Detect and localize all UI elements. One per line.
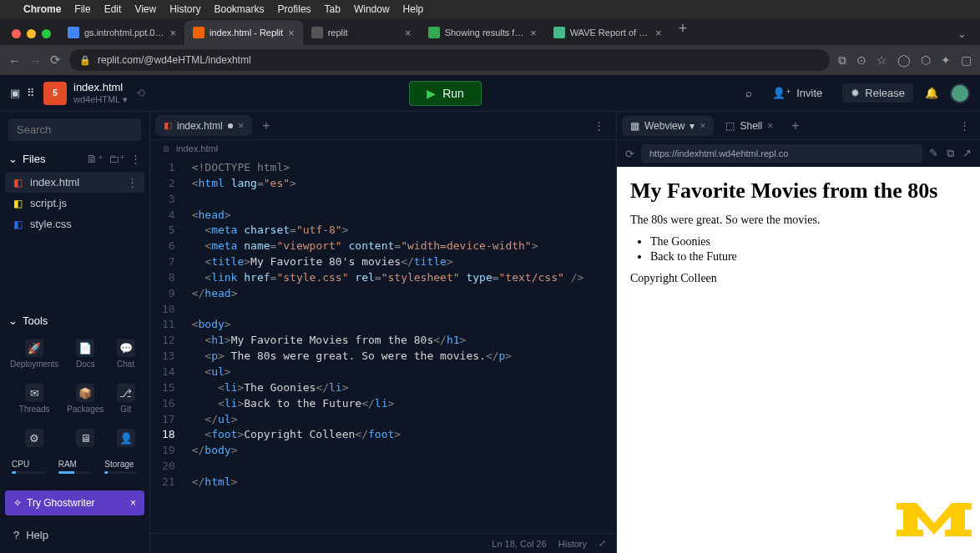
more-icon[interactable]: ⋮ xyxy=(587,119,611,132)
back-button[interactable]: ← xyxy=(8,53,21,68)
tool-item[interactable]: ✉Threads xyxy=(8,379,60,419)
ghostwriter-button[interactable]: ✧ Try Ghostwriter × xyxy=(5,490,144,515)
close-icon[interactable]: × xyxy=(130,497,136,509)
notifications-icon[interactable]: 🔔 xyxy=(925,87,938,99)
tool-item[interactable]: 💬Chat xyxy=(110,334,141,374)
app-menu[interactable]: Chrome xyxy=(23,3,61,15)
add-tab-button[interactable]: + xyxy=(785,118,806,133)
chrome-tabs-dropdown[interactable]: ⌄ xyxy=(951,28,973,45)
files-header[interactable]: ⌄ Files 🗎⁺ 🗀⁺ ⋮ xyxy=(0,148,149,170)
tab-close-button[interactable]: × xyxy=(238,119,245,132)
menu-edit[interactable]: Edit xyxy=(104,3,122,15)
chrome-tab[interactable]: Showing results for contents × xyxy=(420,20,545,45)
replit-logo-icon[interactable]: ⠿ xyxy=(27,87,35,99)
tool-item[interactable]: 📦Packages xyxy=(65,379,105,419)
window-close-button[interactable] xyxy=(12,29,21,38)
search-icon[interactable]: ⌕ xyxy=(745,87,752,99)
menu-window[interactable]: Window xyxy=(354,3,390,15)
zoom-icon[interactable]: ⊙ xyxy=(856,53,866,68)
reload-icon[interactable]: ⟳ xyxy=(625,148,634,160)
tab-close-button[interactable]: × xyxy=(767,120,773,132)
tab-close-button[interactable]: × xyxy=(288,27,295,39)
tab-title: Showing results for contents xyxy=(445,28,525,38)
new-file-icon[interactable]: 🗎⁺ xyxy=(87,153,104,165)
tool-item[interactable]: 🖥 xyxy=(65,424,105,455)
history-button[interactable]: History xyxy=(558,539,587,549)
tools-header[interactable]: ⌄ Tools xyxy=(8,314,141,327)
tool-item[interactable]: ⎇Git xyxy=(110,379,141,419)
open-new-tab-icon[interactable]: ↗ xyxy=(962,147,972,160)
editor-tab[interactable]: ◧ index.html × xyxy=(155,115,252,136)
preview-url-input[interactable]: https://indexhtml.wd4ehtml.repl.co xyxy=(641,144,922,163)
menu-bookmarks[interactable]: Bookmarks xyxy=(215,3,265,15)
file-name: style.css xyxy=(30,218,72,230)
chrome-tab[interactable]: WAVE Report of replit × xyxy=(545,20,670,45)
extension-icon[interactable]: ⬡ xyxy=(921,53,931,68)
preview-content[interactable]: My Favorite Movies from the 80s The 80s … xyxy=(617,167,980,553)
tab-close-button[interactable]: × xyxy=(655,27,662,39)
webview-tab[interactable]: ▦ Webview ▾ × xyxy=(622,116,714,136)
avatar[interactable] xyxy=(950,83,970,103)
more-icon[interactable]: ⋮ xyxy=(954,119,975,132)
more-icon[interactable]: ⋮ xyxy=(130,153,141,165)
tool-item[interactable]: 📄Docs xyxy=(65,334,105,374)
forward-button[interactable]: → xyxy=(29,53,42,68)
tool-label: Git xyxy=(120,405,131,414)
help-button[interactable]: ? Help xyxy=(5,524,144,546)
add-tab-button[interactable]: + xyxy=(255,118,276,133)
expand-icon[interactable]: ⤢ xyxy=(599,538,606,549)
share-icon[interactable]: ⧉ xyxy=(838,53,846,68)
window-maximize-button[interactable] xyxy=(42,29,51,38)
header-project-name: wd4eHTML ▾ xyxy=(73,94,128,105)
menu-file[interactable]: File xyxy=(74,3,90,15)
tool-label: Packages xyxy=(67,405,104,414)
chrome-tab[interactable]: replit × xyxy=(303,20,420,45)
shell-icon: ⬚ xyxy=(725,120,735,132)
invite-button[interactable]: 👤⁺ Invite xyxy=(764,83,831,103)
release-button[interactable]: ✹ Release xyxy=(842,83,913,103)
new-folder-icon[interactable]: 🗀⁺ xyxy=(109,153,125,165)
tab-close-button[interactable]: × xyxy=(405,27,412,39)
screenshot-icon[interactable]: ⧉ xyxy=(947,147,954,160)
tab-close-button[interactable]: × xyxy=(700,120,705,132)
new-tab-button[interactable]: + xyxy=(670,20,696,45)
devtools-icon[interactable]: ✎ xyxy=(929,147,938,160)
menu-help[interactable]: Help xyxy=(403,3,424,15)
window-minimize-button[interactable] xyxy=(27,29,36,38)
file-item[interactable]: ◧ index.html ⋮ xyxy=(5,172,144,193)
bookmark-icon[interactable]: ☆ xyxy=(876,53,887,68)
reload-button[interactable]: ⟳ xyxy=(50,53,61,68)
menu-view[interactable]: View xyxy=(134,3,156,15)
chrome-tab[interactable]: gs.introhtml.ppt.02.04b - Goo × xyxy=(59,20,184,45)
file-item[interactable]: ◧ style.css xyxy=(5,214,144,234)
resource-meter: RAM xyxy=(58,460,92,474)
lock-icon: 🔒 xyxy=(79,55,91,66)
chrome-tab[interactable]: index.html - Replit × xyxy=(184,20,303,45)
shell-tab[interactable]: ⬚ Shell × xyxy=(717,116,781,136)
sidebar-toggle-icon[interactable]: ▣ xyxy=(10,87,20,99)
tool-item[interactable]: 👤 xyxy=(110,424,141,455)
run-button[interactable]: ▶ Run xyxy=(409,81,482,106)
panel-icon[interactable]: ▢ xyxy=(961,53,972,68)
address-bar[interactable]: 🔒 replit.com/@wd4eHTML/indexhtml xyxy=(69,49,830,71)
tab-close-button[interactable]: × xyxy=(169,27,176,39)
file-item[interactable]: ◧ script.js xyxy=(5,193,144,214)
code-editor[interactable]: 123456789101112131415161718192021 <!DOCT… xyxy=(150,157,616,533)
html-file-icon: ◧ xyxy=(12,177,23,189)
tool-label: Chat xyxy=(117,359,134,369)
menu-profiles[interactable]: Profiles xyxy=(278,3,311,15)
more-icon[interactable]: ⋮ xyxy=(127,176,138,189)
extension-icon[interactable]: ◯ xyxy=(897,53,911,68)
menu-tab[interactable]: Tab xyxy=(325,3,341,15)
window-controls xyxy=(7,29,59,45)
search-input[interactable] xyxy=(8,118,141,141)
file-badge[interactable]: 5 index.html wd4eHTML ▾ xyxy=(43,81,128,105)
breadcrumb: 🗎 index.html xyxy=(150,140,616,157)
tab-close-button[interactable]: × xyxy=(530,27,537,39)
menu-history[interactable]: History xyxy=(169,3,200,15)
file-name: script.js xyxy=(30,197,67,209)
tool-grid: 🚀Deployments📄Docs💬Chat✉Threads📦Packages⎇… xyxy=(8,334,141,455)
extensions-icon[interactable]: ✦ xyxy=(941,53,951,68)
tool-item[interactable]: ⚙ xyxy=(8,424,60,455)
tool-item[interactable]: 🚀Deployments xyxy=(8,334,60,374)
